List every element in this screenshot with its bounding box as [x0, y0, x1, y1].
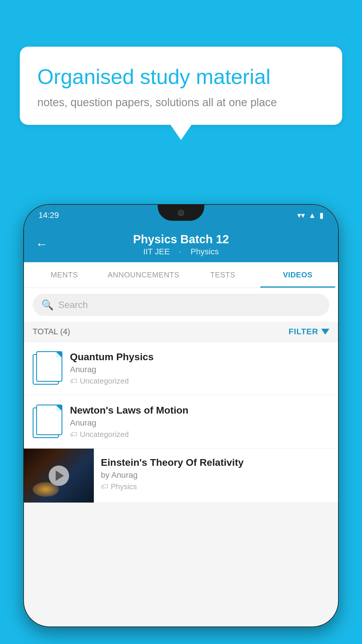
- list-item[interactable]: Newton's Laws of Motion Anurag 🏷 Uncateg…: [24, 395, 338, 449]
- tab-announcements[interactable]: ANNOUNCEMENTS: [102, 262, 185, 288]
- video-info: Quantum Physics Anurag 🏷 Uncategorized: [70, 351, 329, 386]
- video-author: Anurag: [70, 365, 329, 374]
- speech-bubble-card: Organised study material notes, question…: [20, 47, 342, 125]
- video-tag: 🏷 Physics: [101, 482, 331, 491]
- video-author: by Anurag: [101, 470, 331, 480]
- filter-button[interactable]: FILTER: [289, 327, 329, 336]
- search-container: 🔍 Search: [24, 288, 338, 322]
- status-time: 14:29: [38, 211, 59, 220]
- file-icon-wrapper: [33, 405, 62, 437]
- filter-bar: TOTAL (4) FILTER: [24, 322, 338, 342]
- file-icon-front: [36, 405, 62, 435]
- subtitle-sep: ·: [179, 247, 182, 256]
- tab-ments[interactable]: MENTS: [27, 262, 102, 288]
- search-icon: 🔍: [41, 299, 54, 311]
- play-triangle-icon: [56, 470, 64, 481]
- total-count: TOTAL (4): [33, 327, 70, 336]
- subtitle-physics: Physics: [191, 247, 219, 256]
- file-icon-wrapper: [33, 351, 62, 383]
- video-author: Anurag: [70, 418, 329, 428]
- notch: [158, 205, 204, 221]
- subtitle-iit: IIT JEE: [143, 247, 170, 256]
- back-button[interactable]: ←: [36, 237, 48, 251]
- header-title: Physics Batch 12: [133, 233, 229, 246]
- app-header: ← Physics Batch 12 IIT JEE · Physics: [24, 226, 338, 262]
- tag-text: Uncategorized: [80, 377, 129, 386]
- tag-icon: 🏷: [70, 430, 78, 439]
- search-bar[interactable]: 🔍 Search: [33, 294, 329, 316]
- battery-icon: ▮: [319, 211, 324, 220]
- phone-screen: 14:29 ▾▾ ▲ ▮ ← Physics Batch 12 IIT JEE …: [24, 205, 338, 626]
- list-item[interactable]: Quantum Physics Anurag 🏷 Uncategorized: [24, 342, 338, 395]
- wifi-icon: ▾▾: [297, 211, 305, 220]
- phone-frame: 14:29 ▾▾ ▲ ▮ ← Physics Batch 12 IIT JEE …: [23, 204, 339, 627]
- tab-tests[interactable]: TESTS: [185, 262, 260, 288]
- video-list: Quantum Physics Anurag 🏷 Uncategorized N…: [24, 342, 338, 503]
- file-icon-front: [36, 351, 62, 382]
- video-tag: 🏷 Uncategorized: [70, 430, 329, 439]
- play-button[interactable]: [49, 466, 69, 486]
- signal-icon: ▲: [308, 211, 316, 220]
- list-item[interactable]: Einstein's Theory Of Relativity by Anura…: [24, 449, 338, 503]
- camera-dot: [178, 210, 184, 216]
- status-bar: 14:29 ▾▾ ▲ ▮: [24, 205, 338, 226]
- status-icons: ▾▾ ▲ ▮: [297, 211, 324, 220]
- bubble-tail: [171, 125, 191, 140]
- speech-bubble-section: Organised study material notes, question…: [20, 47, 342, 140]
- tab-bar: MENTS ANNOUNCEMENTS TESTS VIDEOS: [24, 262, 338, 288]
- tag-icon: 🏷: [70, 377, 78, 386]
- header-subtitle: IIT JEE · Physics: [140, 247, 222, 256]
- tag-icon: 🏷: [101, 482, 108, 491]
- video-info: Einstein's Theory Of Relativity by Anura…: [94, 449, 338, 499]
- video-tag: 🏷 Uncategorized: [70, 377, 329, 386]
- video-title: Einstein's Theory Of Relativity: [101, 457, 331, 468]
- video-title: Newton's Laws of Motion: [70, 405, 329, 416]
- video-info: Newton's Laws of Motion Anurag 🏷 Uncateg…: [70, 405, 329, 439]
- tab-videos[interactable]: VIDEOS: [260, 262, 335, 288]
- tag-text: Uncategorized: [80, 430, 129, 439]
- bubble-title: Organised study material: [37, 64, 325, 89]
- search-placeholder: Search: [58, 300, 88, 310]
- bubble-subtitle: notes, question papers, solutions all at…: [37, 96, 325, 109]
- video-thumbnail: [24, 449, 94, 503]
- filter-funnel-icon: [321, 329, 329, 335]
- video-title: Quantum Physics: [70, 351, 329, 363]
- tag-text: Physics: [111, 482, 137, 491]
